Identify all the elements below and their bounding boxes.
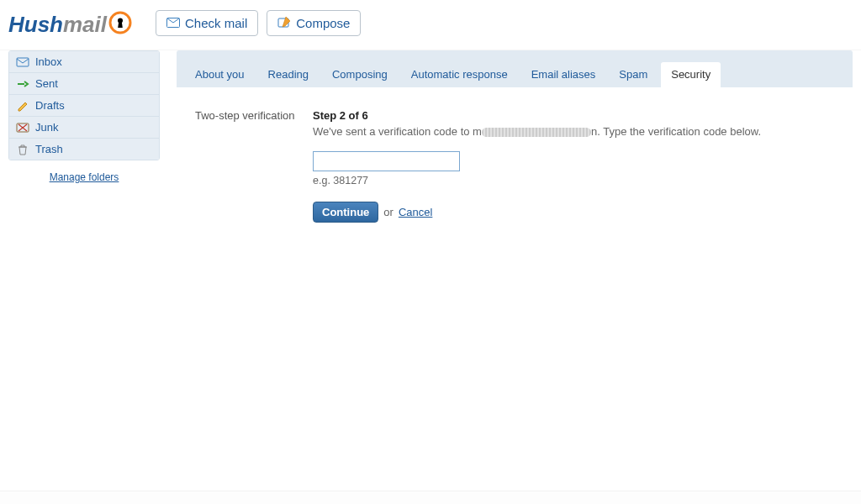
step-message: We've sent a verification code to mn. Ty… [313,125,834,138]
sidebar-item-junk[interactable]: Junk [9,117,159,139]
sidebar-item-label: Trash [35,143,63,155]
brand-part2: mail [63,12,107,38]
keyhole-icon [108,11,132,34]
msg-suffix: n. Type the verification code below. [591,125,761,138]
sidebar-item-trash[interactable]: Trash [9,139,159,160]
sidebar-item-label: Drafts [35,99,65,112]
tab-reading[interactable]: Reading [258,62,319,87]
sidebar-item-label: Junk [35,121,58,134]
sent-icon [16,78,29,90]
check-mail-button[interactable]: Check mail [156,10,258,36]
check-mail-label: Check mail [185,16,247,30]
inbox-icon [16,56,29,68]
brand-part1: Hush [8,12,63,38]
mail-icon [166,16,180,30]
tab-spam[interactable]: Spam [609,62,658,87]
sidebar-item-label: Sent [35,77,58,90]
sidebar: Inbox Sent Drafts Junk Trash Manage fold… [8,50,160,193]
sidebar-item-inbox[interactable]: Inbox [9,51,159,73]
drafts-icon [16,100,29,112]
tab-composing[interactable]: Composing [322,62,398,87]
tab-automatic-response[interactable]: Automatic response [401,62,518,87]
brand-logo: Hushmail [8,8,147,38]
main-panel: About you Reading Composing Automatic re… [177,50,853,273]
manage-folders: Manage folders [8,160,160,193]
sidebar-item-sent[interactable]: Sent [9,73,159,95]
sidebar-item-label: Inbox [35,55,62,68]
msg-prefix: We've sent a verification code to m [313,125,482,138]
or-text: or [383,206,394,218]
sidebar-item-drafts[interactable]: Drafts [9,95,159,117]
compose-label: Compose [296,16,350,30]
trash-icon [16,144,29,155]
continue-button[interactable]: Continue [313,202,378,223]
svg-rect-4 [17,58,29,66]
tab-about-you[interactable]: About you [185,62,255,87]
tab-security[interactable]: Security [661,62,721,87]
security-panel: Two-step verification Step 2 of 6 We've … [177,87,853,273]
settings-tabs: About you Reading Composing Automatic re… [177,50,853,87]
page-header: Hushmail Check mail Compose [0,0,861,50]
verification-code-input[interactable] [313,151,460,171]
junk-icon [16,122,29,134]
cancel-link[interactable]: Cancel [399,206,432,218]
compose-icon [277,16,291,30]
tab-email-aliases[interactable]: Email aliases [521,62,606,87]
folder-list: Inbox Sent Drafts Junk Trash [8,50,160,160]
page-footer [0,491,861,504]
manage-folders-link[interactable]: Manage folders [50,171,119,183]
step-title: Step 2 of 6 [313,109,834,122]
example-hint: e.g. 381277 [313,175,834,186]
two-step-label: Two-step verification [195,109,313,122]
redacted-email [482,128,591,137]
compose-button[interactable]: Compose [267,10,361,36]
